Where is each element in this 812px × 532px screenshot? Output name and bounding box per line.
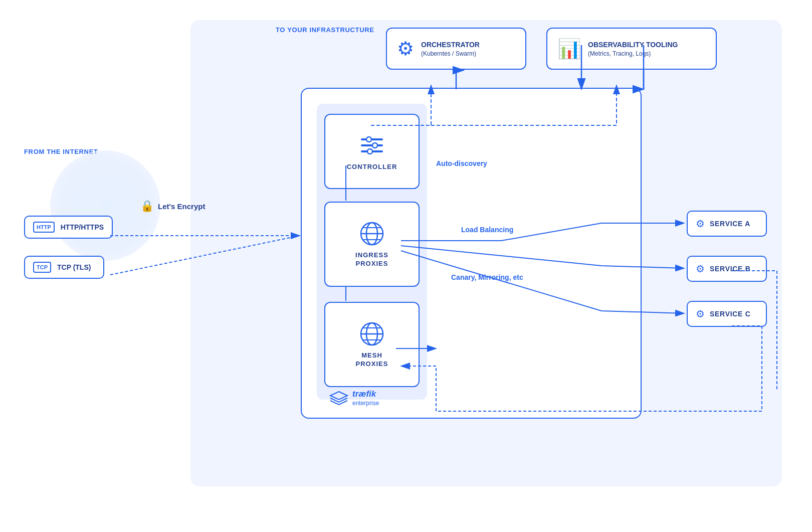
observability-box: 📊 OBSERVABILITY TOOLING (Metrics, Tracin… — [546, 28, 717, 70]
controller-box: CONTROLLER — [324, 114, 420, 189]
gear-icon-c: ⚙ — [696, 308, 705, 320]
service-b-label: SERVICE B — [710, 265, 751, 273]
auto-discovery-label: Auto-discovery — [436, 159, 487, 167]
traefik-type: enterprise — [352, 400, 379, 407]
gear-icon-a: ⚙ — [696, 218, 705, 230]
tcp-source-box: TCP TCP (TLS) — [24, 256, 104, 279]
mesh-box: MESHPROXIES — [324, 302, 420, 387]
orchestrator-subtitle: (Kuberntes / Swarm) — [421, 50, 480, 57]
tcp-label: TCP (TLS) — [57, 263, 91, 271]
svg-point-3 — [366, 137, 371, 142]
sliders-icon — [359, 134, 385, 156]
ingress-box: INGRESSPROXIES — [324, 202, 420, 287]
globe-icon-2 — [358, 320, 385, 347]
ingress-label: INGRESSPROXIES — [355, 251, 388, 268]
chart-icon: 📊 — [557, 38, 581, 60]
service-a-box: ⚙ SERVICE A — [687, 211, 767, 237]
traefik-logo: træfik enterprise — [329, 389, 379, 407]
svg-point-5 — [367, 149, 372, 154]
http-icon: HTTP — [33, 222, 55, 233]
service-c-label: SERVICE C — [710, 310, 751, 318]
tcp-icon: TCP — [33, 262, 51, 273]
traefik-brand: træfik — [352, 389, 379, 399]
observability-subtitle: (Metrics, Tracing, Logs) — [588, 50, 678, 57]
canary-label: Canary, Mirroring, etc — [451, 273, 523, 281]
traefik-enterprise-box: CONTROLLER INGRESSPROXIES — [301, 88, 642, 419]
lets-encrypt: 🔒 Let's Encrypt — [140, 200, 205, 213]
service-a-label: SERVICE A — [710, 220, 750, 228]
gear-icon: ⚙ — [397, 38, 414, 60]
controller-icon-area — [356, 132, 388, 159]
mesh-icon-area — [356, 320, 388, 347]
http-label: HTTP/HTTPS — [61, 223, 104, 231]
service-b-box: ⚙ SERVICE B — [687, 256, 767, 282]
controller-label: CONTROLLER — [347, 163, 397, 171]
svg-marker-16 — [330, 392, 347, 400]
globe-icon — [358, 220, 385, 247]
ingress-icon-area — [356, 220, 388, 247]
orchestrator-box: ⚙ ORCHESTRATOR (Kuberntes / Swarm) — [386, 28, 526, 70]
traefik-icon — [329, 391, 348, 406]
gear-icon-b: ⚙ — [696, 263, 705, 275]
service-c-box: ⚙ SERVICE C — [687, 301, 767, 327]
load-balancing-label: Load Balancing — [461, 226, 513, 234]
lock-icon: 🔒 — [140, 200, 154, 213]
diagram-container: TO YOUR INFRASTRUCTURE FROM THE INTERNET… — [0, 0, 812, 532]
orchestrator-title: ORCHESTRATOR — [421, 40, 480, 50]
infra-label: TO YOUR INFRASTRUCTURE — [276, 26, 374, 34]
mesh-label: MESHPROXIES — [355, 351, 388, 369]
observability-title: OBSERVABILITY TOOLING — [588, 40, 678, 50]
svg-point-4 — [372, 143, 377, 148]
http-source-box: HTTP HTTP/HTTPS — [24, 216, 113, 239]
